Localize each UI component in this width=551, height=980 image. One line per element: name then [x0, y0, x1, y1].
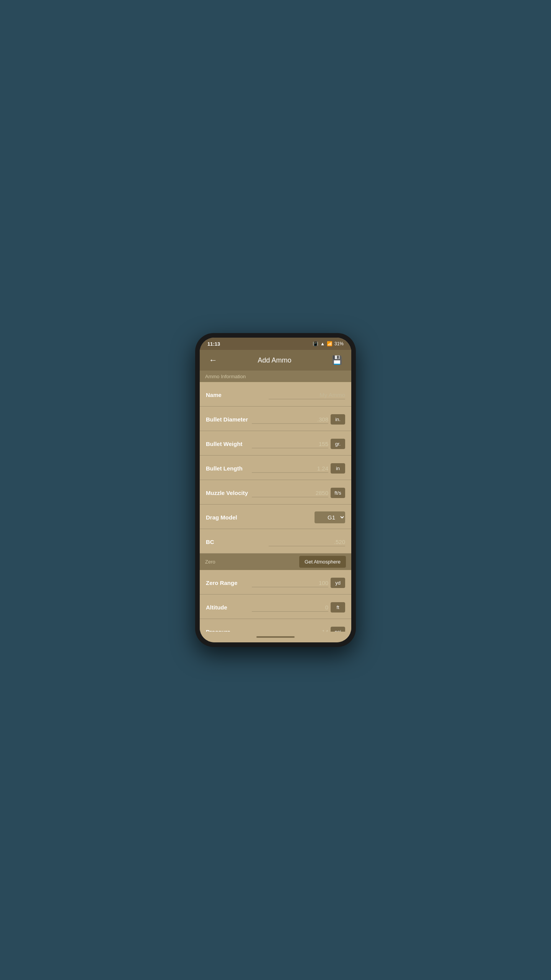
altitude-right: ft: [227, 602, 345, 612]
bullet-diameter-label: Bullet Diameter: [206, 416, 248, 423]
pressure-unit: psi: [331, 627, 345, 632]
bullet-weight-unit: gr.: [331, 439, 345, 449]
bullet-weight-row: Bullet Weight gr.: [200, 431, 351, 456]
bullet-length-input[interactable]: [252, 464, 328, 473]
bullet-length-row: Bullet Length in: [200, 456, 351, 480]
top-bar: ← Add Ammo 💾: [200, 350, 351, 371]
status-icons: 📳 ▲ 📶 31%: [313, 341, 344, 346]
bc-right: [214, 538, 345, 546]
drag-model-select[interactable]: G1 G7: [315, 511, 345, 523]
page-title: Add Ammo: [258, 356, 291, 364]
zero-range-label: Zero Range: [206, 580, 238, 586]
ammo-info-section-header: Ammo Information: [200, 371, 351, 382]
muzzle-velocity-label: Muzzle Velocity: [206, 490, 248, 496]
back-button[interactable]: ←: [206, 354, 220, 367]
pressure-label: Pressure: [206, 629, 230, 632]
zero-range-input[interactable]: [252, 579, 328, 587]
altitude-label: Altitude: [206, 604, 227, 611]
phone-shell: 11:13 📳 ▲ 📶 31% ← Add Ammo 💾 Ammo Inform…: [195, 333, 356, 647]
signal-icon: 📶: [327, 341, 333, 346]
bullet-diameter-unit: in.: [331, 414, 345, 425]
pressure-right: psi: [230, 627, 345, 632]
wifi-icon: ▲: [320, 341, 325, 346]
muzzle-velocity-input[interactable]: [252, 489, 328, 497]
drag-model-right: G1 G7: [237, 511, 345, 523]
muzzle-velocity-right: ft/s: [248, 488, 345, 498]
altitude-row: Altitude ft: [200, 595, 351, 619]
save-button[interactable]: 💾: [329, 354, 345, 367]
bullet-weight-label: Bullet Weight: [206, 441, 243, 447]
zero-range-right: yd: [238, 578, 345, 588]
bullet-diameter-row: Bullet Diameter in.: [200, 407, 351, 431]
bc-row: BC: [200, 529, 351, 554]
bullet-diameter-right: in.: [248, 414, 345, 425]
zero-range-unit: yd: [331, 578, 345, 588]
muzzle-velocity-unit: ft/s: [331, 488, 345, 498]
bullet-weight-input[interactable]: [252, 440, 328, 448]
phone-screen: 11:13 📳 ▲ 📶 31% ← Add Ammo 💾 Ammo Inform…: [200, 338, 351, 642]
home-bar-indicator: [256, 636, 295, 638]
altitude-input[interactable]: [252, 603, 328, 612]
bullet-length-label: Bullet Length: [206, 465, 243, 472]
ammo-info-label: Ammo Information: [205, 374, 246, 379]
status-bar: 11:13 📳 ▲ 📶 31%: [200, 338, 351, 350]
home-bar: [200, 632, 351, 642]
drag-model-row: Drag Model G1 G7: [200, 505, 351, 529]
name-row: Name: [200, 382, 351, 407]
name-label: Name: [206, 392, 222, 398]
name-input-wrapper: [222, 391, 345, 399]
bullet-weight-right: gr.: [243, 439, 345, 449]
bullet-diameter-input[interactable]: [252, 415, 328, 424]
zero-section-header: Zero Get Atmosphere: [200, 554, 351, 570]
pressure-input[interactable]: [252, 628, 328, 632]
status-time: 11:13: [207, 341, 220, 347]
pressure-row: Pressure psi: [200, 619, 351, 632]
zero-label: Zero: [205, 559, 215, 565]
content-area[interactable]: Name Bullet Diameter in.: [200, 382, 351, 632]
bc-input[interactable]: [269, 538, 345, 546]
drag-model-label: Drag Model: [206, 514, 237, 521]
bc-label: BC: [206, 539, 214, 545]
battery-icon: 31%: [334, 341, 344, 346]
name-input[interactable]: [269, 391, 345, 399]
zero-range-row: Zero Range yd: [200, 570, 351, 595]
altitude-unit: ft: [331, 602, 345, 612]
bullet-length-unit: in: [331, 463, 345, 474]
muzzle-velocity-row: Muzzle Velocity ft/s: [200, 480, 351, 505]
vibration-icon: 📳: [313, 341, 318, 346]
get-atmosphere-button[interactable]: Get Atmosphere: [299, 556, 346, 568]
bullet-length-right: in: [243, 463, 345, 474]
